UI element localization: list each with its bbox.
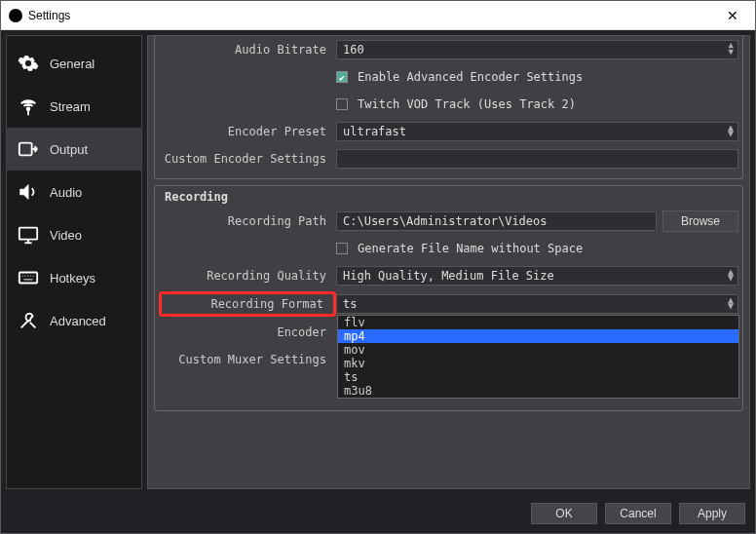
chevron-down-icon: ▲▼ bbox=[728, 297, 734, 309]
format-option-mkv[interactable]: mkv bbox=[338, 357, 738, 370]
label-encoder: Encoder bbox=[159, 325, 336, 339]
signal-icon bbox=[17, 95, 40, 117]
apply-button[interactable]: Apply bbox=[679, 503, 745, 524]
sidebar-item-output[interactable]: Output bbox=[7, 128, 141, 171]
audio-bitrate-spinner[interactable]: 160 ▲▼ bbox=[336, 40, 738, 59]
gear-icon bbox=[17, 53, 40, 74]
recording-path-input[interactable] bbox=[336, 211, 657, 231]
checkbox-enable-advanced[interactable]: ✔ bbox=[336, 71, 348, 83]
recording-format-select[interactable]: ts ▲▼ bbox=[336, 294, 738, 314]
checkbox-twitch-vod[interactable] bbox=[336, 98, 348, 110]
sidebar-item-label: Hotkeys bbox=[50, 271, 95, 286]
format-option-flv[interactable]: flv bbox=[338, 316, 738, 329]
sidebar-item-label: General bbox=[50, 57, 94, 71]
speaker-icon bbox=[17, 181, 40, 203]
format-option-mov[interactable]: mov bbox=[338, 343, 738, 357]
label-custom-encoder: Custom Encoder Settings bbox=[159, 152, 336, 166]
cancel-button[interactable]: Cancel bbox=[605, 503, 671, 524]
svg-rect-6 bbox=[19, 273, 37, 284]
label-recording-format: Recording Format bbox=[159, 291, 336, 317]
content-pane: Audio Bitrate 160 ▲▼ ✔ Enable Advanced E… bbox=[147, 35, 750, 489]
browse-button[interactable]: Browse bbox=[662, 210, 738, 232]
sidebar-item-hotkeys[interactable]: Hotkeys bbox=[7, 256, 141, 299]
spinner-icon: ▲▼ bbox=[729, 42, 734, 56]
checkbox-label: Generate File Name without Space bbox=[358, 242, 583, 255]
tools-icon bbox=[17, 310, 40, 331]
sidebar-item-stream[interactable]: Stream bbox=[7, 85, 141, 128]
sidebar-item-advanced[interactable]: Advanced bbox=[7, 299, 141, 342]
sidebar: General Stream Output Audio bbox=[6, 35, 142, 489]
label-audio-bitrate: Audio Bitrate bbox=[159, 43, 336, 57]
keyboard-icon bbox=[17, 267, 40, 288]
sidebar-item-video[interactable]: Video bbox=[7, 213, 141, 256]
streaming-group: Audio Bitrate 160 ▲▼ ✔ Enable Advanced E… bbox=[154, 35, 743, 179]
ok-button[interactable]: OK bbox=[531, 503, 597, 524]
sidebar-item-label: Video bbox=[50, 228, 82, 243]
close-button[interactable]: ✕ bbox=[718, 8, 747, 23]
svg-rect-3 bbox=[19, 228, 37, 240]
window-title: Settings bbox=[28, 9, 70, 22]
checkbox-gen-filename[interactable] bbox=[336, 243, 348, 254]
chevron-down-icon: ▲▼ bbox=[728, 269, 734, 281]
sidebar-item-audio[interactable]: Audio bbox=[7, 171, 141, 213]
chevron-down-icon: ▲▼ bbox=[728, 125, 734, 136]
recording-format-dropdown[interactable]: flvmp4movmkvtsm3u8 bbox=[337, 315, 739, 399]
output-icon bbox=[17, 138, 40, 160]
label-recording-path: Recording Path bbox=[159, 214, 336, 228]
dialog-footer: OK Cancel Apply bbox=[1, 494, 755, 533]
app-icon bbox=[9, 9, 22, 22]
custom-encoder-input[interactable] bbox=[336, 149, 738, 169]
sidebar-item-label: Audio bbox=[50, 185, 82, 200]
svg-rect-2 bbox=[19, 143, 32, 156]
sidebar-item-label: Output bbox=[50, 142, 88, 157]
checkbox-label: Twitch VOD Track (Uses Track 2) bbox=[358, 97, 576, 111]
sidebar-item-general[interactable]: General bbox=[7, 42, 141, 85]
format-option-m3u8[interactable]: m3u8 bbox=[338, 384, 738, 398]
label-encoder-preset: Encoder Preset bbox=[159, 125, 336, 138]
encoder-preset-select[interactable]: ultrafast ▲▼ bbox=[336, 122, 738, 141]
sidebar-item-label: Advanced bbox=[50, 314, 106, 328]
format-option-ts[interactable]: ts bbox=[338, 370, 738, 384]
label-recording-quality: Recording Quality bbox=[159, 269, 336, 283]
monitor-icon bbox=[17, 224, 40, 246]
recording-quality-select[interactable]: High Quality, Medium File Size ▲▼ bbox=[336, 266, 738, 286]
sidebar-item-label: Stream bbox=[50, 99, 91, 114]
label-custom-muxer: Custom Muxer Settings bbox=[159, 353, 336, 366]
title-bar: Settings ✕ bbox=[1, 1, 755, 30]
checkbox-label: Enable Advanced Encoder Settings bbox=[358, 70, 583, 84]
format-option-mp4[interactable]: mp4 bbox=[338, 329, 738, 343]
group-title-recording: Recording bbox=[159, 188, 738, 210]
